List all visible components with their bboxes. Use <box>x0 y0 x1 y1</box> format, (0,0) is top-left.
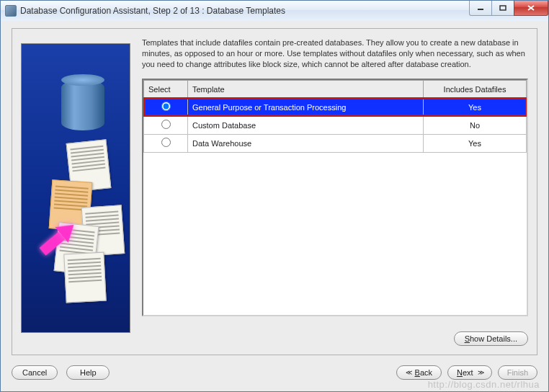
cell-select <box>144 116 188 134</box>
minimize-icon <box>477 5 484 11</box>
col-template[interactable]: Template <box>188 80 424 98</box>
finish-button: Finish <box>498 365 537 380</box>
col-datafiles[interactable]: Includes Datafiles <box>424 80 527 98</box>
next-button[interactable]: Next ≫ <box>447 365 492 380</box>
col-select[interactable]: Select <box>144 80 188 98</box>
side-image-panel <box>21 43 130 333</box>
show-details-wrap: Show Details... <box>454 331 528 346</box>
show-details-label: how Details... <box>470 334 517 343</box>
chevron-left-icon: ≪ <box>406 369 411 376</box>
titlebar[interactable]: Database Configuration Assistant, Step 2… <box>1 1 548 22</box>
table-row[interactable]: Data WarehouseYes <box>144 134 527 152</box>
back-button[interactable]: ≪ Back <box>396 365 442 380</box>
close-icon <box>527 5 535 11</box>
window-controls <box>470 1 548 16</box>
cell-datafiles: No <box>424 116 527 134</box>
template-radio[interactable] <box>161 138 171 147</box>
show-details-button[interactable]: Show Details... <box>454 331 528 346</box>
cell-template: Custom Database <box>188 116 424 134</box>
templates-table: Select Template Includes Datafiles Gener… <box>143 80 527 153</box>
cell-datafiles: Yes <box>424 134 527 152</box>
content-frame: Templates that include datafiles contain… <box>12 28 537 355</box>
cell-template: Data Warehouse <box>188 134 424 152</box>
maximize-button[interactable] <box>491 1 514 16</box>
window-title: Database Configuration Assistant, Step 2… <box>20 6 285 16</box>
template-radio[interactable] <box>161 102 171 111</box>
table-row[interactable]: General Purpose or Transaction Processin… <box>144 98 527 116</box>
close-button[interactable] <box>514 1 548 16</box>
chevron-right-icon: ≫ <box>478 369 483 376</box>
document-icon <box>63 252 106 303</box>
template-radio[interactable] <box>161 120 171 129</box>
database-cylinder-icon <box>61 80 104 130</box>
description-text: Templates that include datafiles contain… <box>142 37 528 70</box>
cancel-button[interactable]: Cancel <box>12 365 58 380</box>
help-button[interactable]: Help <box>66 365 110 380</box>
client-area: Templates that include datafiles contain… <box>1 21 548 391</box>
templates-table-container: Select Template Includes Datafiles Gener… <box>142 79 528 316</box>
maximize-icon <box>499 5 506 11</box>
app-icon <box>5 5 17 17</box>
cell-datafiles: Yes <box>424 98 527 116</box>
svg-rect-1 <box>500 6 506 10</box>
bottom-bar: Cancel Help ≪ Back Next ≫ Finish <box>12 362 537 383</box>
app-window: Database Configuration Assistant, Step 2… <box>0 0 549 392</box>
cell-select <box>144 134 188 152</box>
cell-template: General Purpose or Transaction Processin… <box>188 98 424 116</box>
main-area: Templates that include datafiles contain… <box>142 37 528 318</box>
table-row[interactable]: Custom DatabaseNo <box>144 116 527 134</box>
minimize-button[interactable] <box>469 1 492 16</box>
cell-select <box>144 98 188 116</box>
